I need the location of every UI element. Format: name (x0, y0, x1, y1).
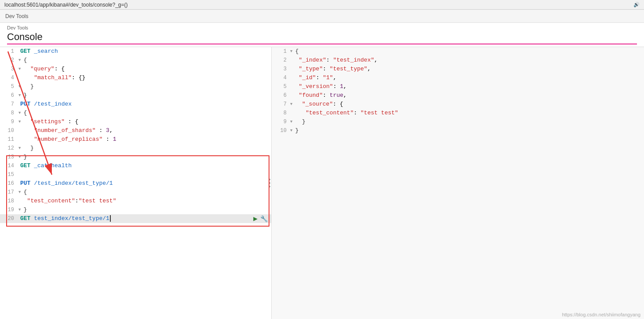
editor-line-13: 13 ▼ } (0, 153, 271, 161)
line-num-11: 11 (0, 136, 18, 143)
out-line-num-10: 10 (272, 128, 289, 134)
page-title: Console (7, 31, 637, 44)
line-num-16: 16 (0, 180, 18, 187)
editor-line-5: 5 ▼ } (0, 82, 271, 91)
editor-line-12: 12 ▼ } (0, 144, 271, 153)
app-header: Dev Tools (0, 10, 644, 23)
output-content-area: 1 ▼ { 2 "_index": "test_index", 3 "_type… (272, 47, 644, 135)
out-line-content-10: } (292, 126, 298, 135)
line-content-16: PUT /test_index/test_type/1 (18, 179, 113, 188)
line-num-7: 7 (0, 101, 18, 107)
page-subtitle: Dev Tools (7, 25, 637, 30)
line-num-5: 5 (0, 84, 18, 90)
line-content-6: } (21, 91, 27, 100)
out-line-num-2: 2 (272, 57, 289, 63)
line-content-11: "number_of_replicas" : 1 (18, 135, 116, 144)
line-actions-20: ▶ 🔧 (253, 214, 268, 223)
line-content-14: GET _cat/health (18, 161, 72, 170)
editor-line-2: 2 ▼ { (0, 56, 271, 65)
out-line-num-1: 1 (272, 48, 289, 55)
out-line-content-5: "_version": 1, (289, 82, 347, 91)
line-content-9: "settings" : { (21, 117, 78, 126)
out-line-content-8: "test_content": "test test" (289, 109, 398, 117)
line-num-6: 6 (0, 92, 18, 99)
editor-line-17: 17 ▼ { (0, 188, 271, 197)
line-content-12: } (21, 144, 33, 153)
line-num-2: 2 (0, 57, 18, 63)
line-num-4: 4 (0, 75, 18, 81)
editor-line-18: 18 "test_content":"test test" (0, 197, 271, 205)
out-line-content-1: { (292, 47, 298, 56)
line-content-13: } (21, 153, 27, 161)
output-line-4: 4 "_id": "1", (272, 73, 644, 82)
output-panel: 1 ▼ { 2 "_index": "test_index", 3 "_type… (272, 47, 644, 319)
output-line-5: 5 "_version": 1, (272, 82, 644, 91)
editor-line-3: 3 ▼ "query": { (0, 65, 271, 73)
wrench-button[interactable]: 🔧 (260, 215, 268, 223)
out-line-content-6: "found": true, (289, 91, 347, 100)
editor-line-6: 6 ▼ } (0, 91, 271, 100)
line-content-17: { (21, 188, 27, 197)
run-button[interactable]: ▶ (253, 214, 258, 223)
output-line-10: 10 ▼ } (272, 126, 644, 135)
line-num-18: 18 (0, 198, 18, 204)
line-content-20[interactable]: GET test_index/test_type/1 (18, 214, 253, 223)
editor-code-area[interactable]: 1 GET _search 2 ▼ { 3 ▼ "query": { 4 "ma… (0, 47, 271, 319)
line-content-8: { (21, 109, 27, 117)
line-content-5: } (21, 82, 33, 91)
more-options[interactable] (269, 179, 270, 187)
main-content: 1 GET _search 2 ▼ { 3 ▼ "query": { 4 "ma… (0, 47, 644, 319)
out-line-num-8: 8 (272, 110, 289, 116)
editor-line-1: 1 GET _search (0, 47, 271, 56)
line-num-10: 10 (0, 128, 18, 134)
line-num-13: 13 (0, 154, 18, 160)
editor-line-9: 9 ▼ "settings" : { (0, 117, 271, 126)
editor-line-14: 14 GET _cat/health (0, 161, 271, 170)
editor-panel: 1 GET _search 2 ▼ { 3 ▼ "query": { 4 "ma… (0, 47, 272, 319)
line-content-7: PUT /test_index (18, 100, 72, 109)
browser-url: localhost:5601/app/kibana#/dev_tools/con… (4, 2, 633, 8)
line-content-18: "test_content":"test test" (18, 197, 116, 205)
line-num-3: 3 (0, 66, 18, 72)
output-line-2: 2 "_index": "test_index", (272, 56, 644, 65)
editor-line-15: 15 (0, 170, 271, 179)
out-line-content-7: "_source": { (292, 100, 343, 109)
out-line-num-4: 4 (272, 75, 289, 81)
out-line-num-6: 6 (272, 92, 289, 99)
line-num-8: 8 (0, 110, 18, 116)
editor-line-4: 4 "match_all": {} (0, 73, 271, 82)
editor-line-20[interactable]: 20 GET test_index/test_type/1 ▶ 🔧 (0, 214, 271, 223)
browser-bar: localhost:5601/app/kibana#/dev_tools/con… (0, 0, 644, 10)
line-num-20: 20 (0, 216, 18, 222)
line-num-12: 12 (0, 145, 18, 151)
out-line-content-9: } (292, 117, 305, 126)
output-line-6: 6 "found": true, (272, 91, 644, 100)
editor-line-11: 11 "number_of_replicas" : 1 (0, 135, 271, 144)
line-content-1: GET _search (18, 47, 58, 56)
out-line-content-3: "_type": "test_type", (289, 65, 371, 73)
out-line-content-2: "_index": "test_index", (289, 56, 378, 65)
output-line-9: 9 ▼ } (272, 117, 644, 126)
out-line-num-5: 5 (272, 84, 289, 90)
line-num-19: 19 (0, 207, 18, 213)
line-content-2: { (21, 56, 27, 65)
output-line-8: 8 "test_content": "test test" (272, 109, 644, 117)
output-line-7: 7 ▼ "_source": { (272, 100, 644, 109)
line-num-1: 1 (0, 48, 18, 55)
line-content-3: "query": { (21, 65, 65, 73)
editor-line-7: 7 PUT /test_index (0, 100, 271, 109)
line-content-10: "number_of_shards" : 3, (18, 126, 113, 135)
line-num-14: 14 (0, 163, 18, 169)
out-line-content-4: "_id": "1", (289, 73, 336, 82)
line-num-9: 9 (0, 119, 18, 125)
out-line-num-3: 3 (272, 66, 289, 72)
output-line-1: 1 ▼ { (272, 47, 644, 56)
output-line-3: 3 "_type": "test_type", (272, 65, 644, 73)
browser-right: 🔊 (633, 2, 640, 7)
editor-line-19: 19 ▼ } (0, 205, 271, 214)
line-content-19: } (21, 205, 27, 214)
page-title-area: Dev Tools Console (0, 23, 644, 47)
out-line-num-7: 7 (272, 101, 289, 107)
out-line-num-9: 9 (272, 119, 289, 125)
editor-line-10: 10 "number_of_shards" : 3, (0, 126, 271, 135)
